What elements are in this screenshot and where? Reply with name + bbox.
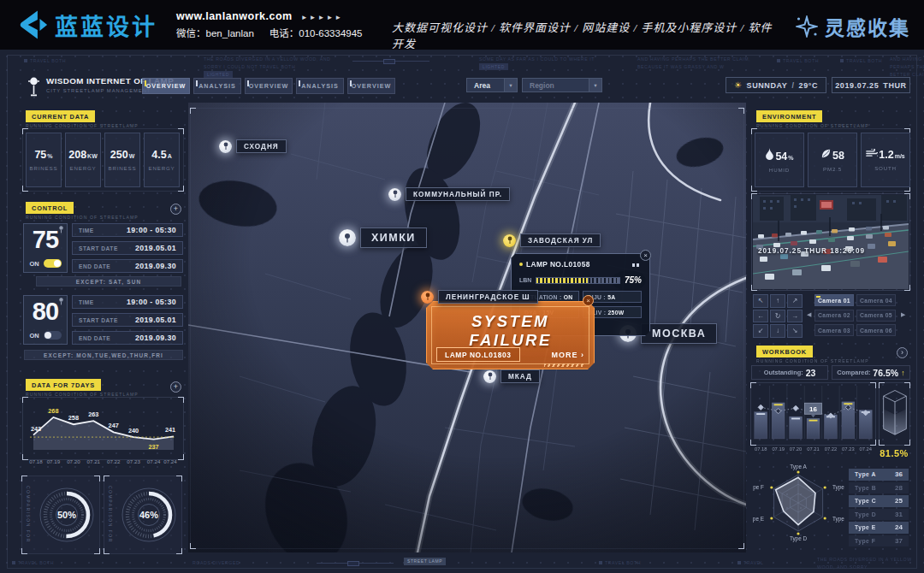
decor-text: SOME DAY AS FAR AS I COULD TO WHERE ITLI… [479,56,629,71]
map-marker-mkad[interactable]: МКАД [483,369,540,383]
stat-briness: 75% BRINESS [26,133,62,187]
legend-type-a[interactable]: Type A36 [849,469,909,481]
except-days: EXCEPT: SAT, SUN [36,276,181,286]
control-row-start[interactable]: START DATE2019.05.01 [72,313,183,327]
camera-button-6[interactable]: Camera 06 [856,324,896,336]
lanlan-logo-icon [15,9,48,40]
svg-text:07.21: 07.21 [87,458,101,464]
camera-timestamp: 2019.07.25 THUR 18:26:09 [758,247,865,255]
gauge-value: 50% [51,510,82,520]
brand-website-link[interactable]: www.lanlanwork.com [176,10,293,22]
cam-pan-up[interactable]: ↑ [770,294,785,308]
svg-text:243: 243 [31,425,41,433]
tab-analysis-1[interactable]: ANALYSIS [193,78,241,94]
stat-briness-w: 250W BRINESS [104,133,140,187]
workbook-more-button[interactable]: › [897,347,908,358]
camera-button-5[interactable]: Camera 05 [856,310,896,322]
wind-icon [866,149,878,158]
stat-energy-a: 4.5A ENERGY [144,133,180,187]
brightness-bar[interactable] [536,277,620,284]
legend-type-c[interactable]: Type C25 [849,495,909,507]
lamp-pin-icon [219,140,232,153]
control-row-time[interactable]: TIME19:00 - 05:30 [72,295,183,309]
cam-pan-right[interactable]: → [787,310,803,323]
cam-pan-down[interactable]: ↓ [770,324,785,338]
more-button[interactable]: MORE › [552,351,585,359]
cam-pan-left[interactable]: ← [753,310,768,323]
region-select[interactable]: Region▼ [522,78,602,92]
close-icon[interactable]: × [640,250,651,261]
control-row-end[interactable]: END DATE2019.09.30 [72,331,183,345]
stat-pm25: 58 PM2.5 [808,133,857,187]
camera-button-4[interactable]: Camera 04 [856,294,896,306]
week-chart-expand-button[interactable]: + [170,381,181,393]
environment-subtitle: RUNNING CONDITION OF STREETLAMP [756,123,869,128]
failure-title: SYSTEM FAILURE [427,312,594,350]
chevron-down-icon: ▼ [504,79,517,92]
svg-text:Type C: Type C [832,516,845,523]
cam-reset-rotate[interactable]: ↻ [770,310,785,323]
hatch-decor [544,363,585,367]
svg-text:258: 258 [68,414,79,422]
svg-text:07.24: 07.24 [860,446,873,452]
legend-type-f[interactable]: Type F37 [849,535,909,547]
tab-analysis-2[interactable]: ANALYSIS [296,78,344,94]
map-marker-skhodnya[interactable]: СХОДНЯ [219,139,287,153]
trend-up-icon: ↑ [901,369,905,377]
tab-overview-2[interactable]: OVERVIEW [245,78,293,94]
decor-text: STREET LAMP [404,558,446,565]
gauge-label: COMPARISON FOR [108,486,113,543]
gauge-value: 46% [133,510,164,520]
control-row-time[interactable]: TIME19:00 - 05:30 [72,223,183,237]
inspiration-collect-button[interactable]: 灵感收集 [796,12,910,41]
camera-next-button[interactable]: ▶ [901,311,905,318]
stat-humidity: 54% HUMID [755,133,804,187]
dashboard: TRAVEL BOTH THE ROADS DIVERGED IN A YELL… [0,50,924,573]
control-add-button[interactable]: + [170,204,181,215]
svg-text:247: 247 [109,422,119,429]
svg-text:237: 237 [149,443,159,451]
control-row-end[interactable]: END DATE2019.09.30 [72,259,183,273]
camera-button-2[interactable]: Camera 02 [814,310,854,322]
cam-pan-upright[interactable]: ↗ [787,294,803,308]
decor-text: AND HAVING PERHAPS THE BETTER CLAIM, BEC… [637,56,774,71]
failure-lamp-id: LAMP NO.L01803 [436,347,520,362]
cam-pan-downright[interactable]: ↘ [787,324,803,338]
tab-overview-3[interactable]: OVERVIEW [347,78,395,94]
lamp-pin-icon [388,188,401,201]
workbook-bar-chart: 1607.1807.1907.2007.2107.2207.2307.24 [752,382,874,456]
svg-text:07.19: 07.19 [772,446,785,452]
camera-feed-image [753,195,909,289]
date-text: 2019.07.25 [835,81,879,90]
camera-prev-button[interactable]: ◀ [807,311,811,318]
cam-pan-downleft[interactable]: ↙ [753,324,768,338]
control-row-start[interactable]: START DATE2019.05.01 [72,241,183,255]
legend-type-e[interactable]: Type E24 [849,522,909,534]
sun-icon: ☀ [734,80,743,90]
map-marker-khimki[interactable]: ХИМКИ [339,227,427,248]
camera-button-1[interactable]: Camera 01 [814,294,854,306]
map-marker-zavodskaya[interactable]: ЗАВОДСКАЯ УЛ [503,233,601,247]
close-icon[interactable]: × [583,295,594,306]
brand-wechat: 微信：ben_lanlan [176,26,254,39]
cam-pan-upleft[interactable]: ↖ [753,294,768,308]
mini-lamp-icon [58,298,64,305]
svg-text:Type B: Type B [832,484,845,491]
lamp-toggle[interactable] [44,259,62,268]
lamp-id: LAMP NO.L01058 [526,260,590,269]
except-days: EXCEPT: MON,TUE,WED,THUR,FRI [24,350,183,360]
map-marker-kommunalny[interactable]: КОММУНАЛЬНЫЙ ПР. [388,187,510,201]
week-trend-chart: 24307.1826807.1925807.2026307.2124707.22… [23,397,183,469]
camera-button-3[interactable]: Camera 03 [814,324,854,336]
lamp-toggle[interactable] [44,331,62,340]
legend-type-d[interactable]: Type D31 [849,509,909,521]
svg-text:241: 241 [165,426,175,434]
area-select[interactable]: Area▼ [466,78,518,92]
map-marker-leningradskoe[interactable]: ЛЕНИНГРАДСКОЕ Ш [421,290,538,304]
tab-overview-1[interactable]: OVERVIEW [142,78,190,94]
svg-text:07.23: 07.23 [127,458,140,464]
brand-logo[interactable]: 蓝蓝设计 [15,9,157,42]
mini-lamp-icon [58,226,64,233]
legend-type-b[interactable]: Type B28 [849,482,909,494]
svg-text:07.23: 07.23 [842,446,855,452]
